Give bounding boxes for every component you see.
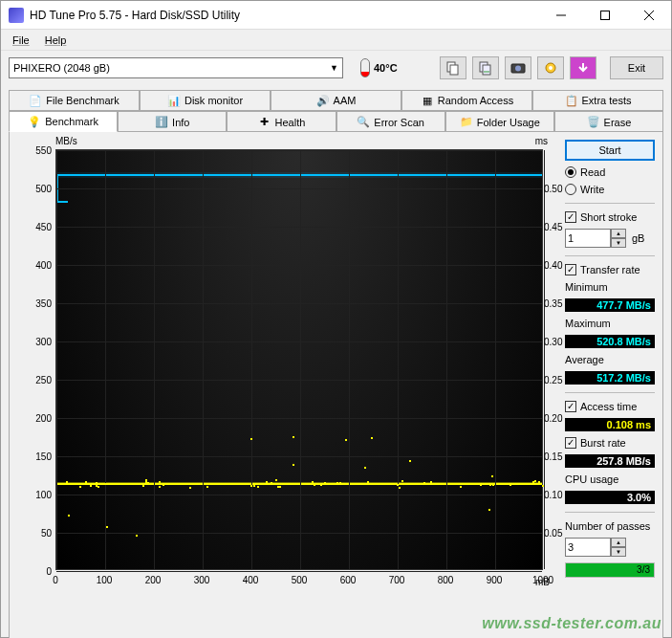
svg-rect-4 <box>483 65 490 75</box>
menu-bar: File Help <box>1 30 671 51</box>
drive-select[interactable]: PHIXERO (2048 gB) ▼ <box>9 57 343 78</box>
value-cpu-usage: 3.0% <box>565 491 655 504</box>
label-maximum: Maximum <box>565 318 655 329</box>
trash-icon: 🗑️ <box>587 116 600 129</box>
value-minimum: 477.7 MB/s <box>565 298 655 312</box>
window-controls <box>539 1 671 30</box>
access-time-check[interactable]: Access time <box>565 401 655 412</box>
benchmark-chart: MB/s ms mB 05010015020025030035040045050… <box>17 140 567 599</box>
transfer-rate-check[interactable]: Transfer rate <box>565 264 655 275</box>
label-num-passes: Number of passes <box>565 520 655 532</box>
num-passes-field[interactable] <box>565 538 611 557</box>
y-axis-left-label: MB/s <box>55 136 77 146</box>
chevron-down-icon: ▼ <box>330 63 338 73</box>
tab-folder-usage[interactable]: 📁Folder Usage <box>445 111 554 132</box>
tab-file-benchmark[interactable]: 📄File Benchmark <box>9 90 140 111</box>
short-stroke-unit: gB <box>632 232 644 244</box>
tab-info[interactable]: ℹ️Info <box>118 111 227 132</box>
speaker-icon: 🔊 <box>316 94 330 107</box>
svg-rect-0 <box>601 11 610 19</box>
title-bar: HD Tune Pro 5.75 - Hard Disk/SSD Utility <box>1 1 671 30</box>
start-button[interactable]: Start <box>565 140 655 161</box>
progress-bar: 3/3 <box>565 562 655 578</box>
temperature-value: 40°C <box>374 62 398 74</box>
app-icon <box>9 8 24 23</box>
checkbox-icon <box>565 264 576 275</box>
short-stroke-field[interactable] <box>565 229 611 248</box>
minimize-to-tray-button[interactable] <box>570 56 596 79</box>
checkbox-icon <box>565 401 576 412</box>
thermometer-icon <box>360 58 370 77</box>
label-minimum: Minimum <box>565 281 655 293</box>
toolbar: PHIXERO (2048 gB) ▼ 40°C Exit <box>1 51 671 85</box>
progress-text: 3/3 <box>637 564 650 575</box>
short-stroke-input[interactable]: ▲▼ <box>565 229 626 248</box>
app-window: HD Tune Pro 5.75 - Hard Disk/SSD Utility… <box>0 0 672 638</box>
value-burst-rate: 257.8 MB/s <box>565 454 655 468</box>
label-average: Average <box>565 354 655 365</box>
tab-disk-monitor[interactable]: 📊Disk monitor <box>140 90 271 111</box>
settings-button[interactable] <box>537 56 564 79</box>
value-access-time: 0.108 ms <box>565 418 655 431</box>
chart-plot-area <box>55 149 543 570</box>
benchmark-side-panel: Start Read Write Short stroke ▲▼ gB Tran… <box>565 140 655 578</box>
file-icon: 📄 <box>29 94 42 107</box>
short-stroke-check[interactable]: Short stroke <box>565 211 655 223</box>
copy-info-button[interactable] <box>440 56 466 79</box>
radio-icon <box>565 184 576 195</box>
transfer-rate-series <box>56 174 542 176</box>
burst-rate-check[interactable]: Burst rate <box>565 437 655 449</box>
tab-error-scan[interactable]: 🔍Error Scan <box>336 111 445 132</box>
health-icon: ✚ <box>258 116 271 129</box>
tabs-container: 📄File Benchmark 📊Disk monitor 🔊AAM ▦Rand… <box>1 85 671 638</box>
temperature-display: 40°C <box>360 58 398 77</box>
tab-health[interactable]: ✚Health <box>227 111 336 132</box>
radio-icon <box>565 166 576 178</box>
bulb-icon: 💡 <box>28 115 41 128</box>
svg-point-8 <box>549 66 553 70</box>
checkbox-icon <box>565 211 576 223</box>
label-cpu-usage: CPU usage <box>565 473 655 485</box>
svg-rect-2 <box>450 65 458 75</box>
info-icon: ℹ️ <box>155 116 168 129</box>
monitor-icon: 📊 <box>167 94 181 107</box>
tab-extra-tests[interactable]: 📋Extra tests <box>532 90 663 111</box>
folder-icon: 📁 <box>460 116 473 129</box>
menu-help[interactable]: Help <box>37 33 75 48</box>
svg-point-6 <box>515 66 521 72</box>
save-info-button[interactable] <box>472 56 499 79</box>
extra-icon: 📋 <box>565 94 578 107</box>
value-average: 517.2 MB/s <box>565 371 655 385</box>
checkbox-icon <box>565 437 576 449</box>
menu-file[interactable]: File <box>5 33 37 48</box>
spinner-icon[interactable]: ▲▼ <box>611 229 626 248</box>
benchmark-panel: MB/s ms mB 05010015020025030035040045050… <box>9 131 663 638</box>
tabs-row-bottom: 💡Benchmark ℹ️Info ✚Health 🔍Error Scan 📁F… <box>9 110 663 131</box>
close-button[interactable] <box>627 1 671 30</box>
drive-select-value: PHIXERO (2048 gB) <box>13 62 110 74</box>
exit-button[interactable]: Exit <box>610 56 663 79</box>
screenshot-button[interactable] <box>505 56 531 79</box>
num-passes-input[interactable]: ▲▼ <box>565 538 655 557</box>
access-time-series <box>56 483 542 485</box>
tab-aam[interactable]: 🔊AAM <box>271 90 401 111</box>
spinner-icon[interactable]: ▲▼ <box>611 538 626 557</box>
y-axis-right-label: ms <box>535 136 548 146</box>
tab-erase[interactable]: 🗑️Erase <box>554 111 663 132</box>
tabs-row-top: 📄File Benchmark 📊Disk monitor 🔊AAM ▦Rand… <box>9 89 663 110</box>
random-icon: ▦ <box>421 94 434 107</box>
value-maximum: 520.8 MB/s <box>565 335 655 348</box>
tab-random-access[interactable]: ▦Random Access <box>401 90 532 111</box>
window-title: HD Tune Pro 5.75 - Hard Disk/SSD Utility <box>30 9 539 22</box>
mode-read-radio[interactable]: Read <box>565 166 655 178</box>
minimize-button[interactable] <box>539 1 583 30</box>
search-icon: 🔍 <box>357 116 370 129</box>
maximize-button[interactable] <box>583 1 627 30</box>
tab-benchmark[interactable]: 💡Benchmark <box>9 111 118 132</box>
mode-write-radio[interactable]: Write <box>565 184 655 195</box>
